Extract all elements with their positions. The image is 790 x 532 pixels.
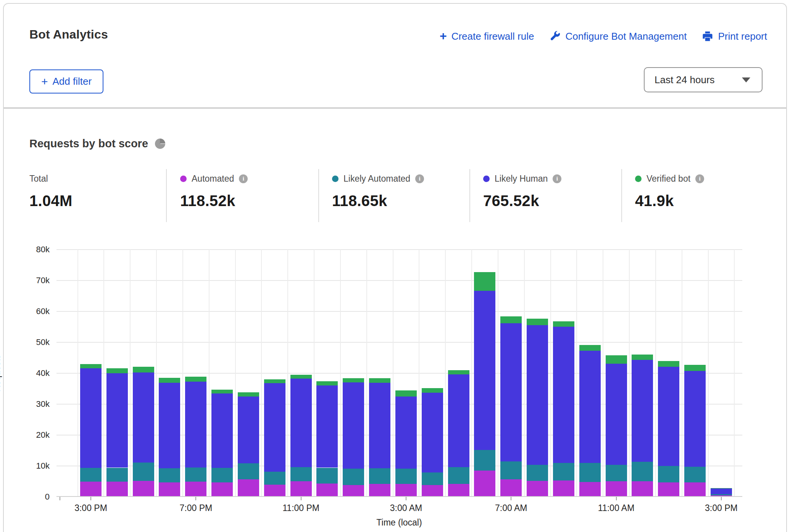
bar-segment-verified-bot xyxy=(553,321,574,327)
y-tick-label: 0 xyxy=(15,492,50,502)
x-axis-title: Time (local) xyxy=(376,517,422,528)
legend-dot xyxy=(180,176,187,182)
info-icon[interactable]: i xyxy=(415,174,424,183)
gridline xyxy=(576,250,577,496)
bar-segment-likely-automated xyxy=(80,468,102,482)
stacked-bar xyxy=(684,249,706,496)
y-axis-title: Requests xyxy=(0,335,2,411)
action-configure-bot-management[interactable]: Configure Bot Management xyxy=(549,31,687,42)
bar-segment-likely-human xyxy=(606,364,627,465)
stat-label: Verified bot xyxy=(647,174,690,184)
bar-segment-verified-bot xyxy=(290,375,312,379)
bar-segment-likely-human xyxy=(316,385,338,468)
stacked-bar xyxy=(711,249,732,496)
stat-value: 118.65k xyxy=(332,192,424,210)
bar-segment-verified-bot xyxy=(395,390,417,397)
bar-segment-likely-human xyxy=(632,360,653,462)
action-create-firewall-rule[interactable]: +Create firewall rule xyxy=(440,30,534,43)
action-print-report[interactable]: Print report xyxy=(702,31,767,42)
bar-segment-automated xyxy=(448,484,469,496)
x-tick-label: 3:00 PM xyxy=(64,503,118,513)
bot-analytics-page: Bot Analytics +Create firewall ruleConfi… xyxy=(0,0,790,532)
bar-segment-likely-automated xyxy=(658,466,679,482)
time-range-select[interactable]: Last 24 hours xyxy=(644,67,763,92)
y-tick-label: 60k xyxy=(15,306,50,316)
gridline xyxy=(314,250,314,496)
gridline xyxy=(445,250,446,496)
stat-likely-automated: Likely Automatedi118.65k xyxy=(332,174,424,210)
gridline xyxy=(261,250,262,496)
bar-segment-likely-automated xyxy=(343,469,364,485)
stacked-bar xyxy=(579,249,601,496)
axis-tick xyxy=(721,497,722,500)
info-icon[interactable]: i xyxy=(695,174,704,183)
stacked-bar xyxy=(395,249,417,496)
stacked-bar xyxy=(238,249,259,496)
gridline xyxy=(550,250,551,496)
plus-icon: + xyxy=(440,30,447,43)
stat-divider xyxy=(318,169,319,222)
section-title: Requests by bot score xyxy=(29,137,148,150)
section-title-row: Requests by bot score xyxy=(29,137,165,150)
bar-segment-verified-bot xyxy=(632,355,653,360)
bar-segment-automated xyxy=(211,482,233,496)
gridline xyxy=(103,250,104,496)
bar-segment-verified-bot xyxy=(159,378,180,383)
y-tick-label: 50k xyxy=(15,337,50,347)
bar-segment-likely-human xyxy=(474,291,495,450)
bar-segment-automated xyxy=(500,479,522,496)
stat-verified-bot: Verified boti41.9k xyxy=(635,174,704,210)
info-icon[interactable]: i xyxy=(239,174,248,183)
axis-tick xyxy=(301,497,301,500)
stacked-bar xyxy=(80,249,102,496)
stacked-bar xyxy=(422,249,443,496)
gridline xyxy=(182,250,183,496)
bar-segment-verified-bot xyxy=(658,361,679,367)
bar-segment-likely-automated xyxy=(632,462,653,481)
bar-segment-likely-automated xyxy=(106,468,128,482)
stacked-bar xyxy=(106,249,128,496)
bar-segment-likely-human xyxy=(238,397,259,463)
gridline xyxy=(130,250,131,496)
wrench-icon xyxy=(549,31,561,42)
y-tick-label: 20k xyxy=(15,430,50,440)
stat-total: Total1.04M xyxy=(29,174,73,210)
bar-segment-likely-automated xyxy=(159,468,180,482)
bar-segment-automated xyxy=(527,481,548,497)
bar-segment-automated xyxy=(579,482,601,496)
bar-segment-automated xyxy=(606,481,627,496)
bar-segment-likely-human xyxy=(369,383,390,468)
gridline xyxy=(524,250,525,496)
x-tick-label: 11:00 AM xyxy=(590,503,643,513)
bar-segment-verified-bot xyxy=(422,388,443,393)
stacked-bar xyxy=(658,249,679,496)
stat-label: Likely Automated xyxy=(343,174,410,184)
gridline xyxy=(393,250,393,496)
bar-segment-automated xyxy=(80,482,102,496)
info-icon[interactable]: i xyxy=(553,174,561,183)
gridline xyxy=(471,250,472,496)
stats-row: Total1.04MAutomatedi118.52kLikely Automa… xyxy=(0,169,790,222)
y-tick-label: 70k xyxy=(15,276,50,285)
section-divider xyxy=(4,108,786,108)
bar-segment-likely-automated xyxy=(316,468,338,484)
bar-segment-likely-human xyxy=(80,368,102,468)
gridline xyxy=(708,250,709,496)
bar-segment-likely-human xyxy=(211,393,233,468)
bar-segment-likely-human xyxy=(448,374,469,467)
gridline xyxy=(366,250,367,496)
action-label: Print report xyxy=(718,31,767,42)
printer-icon xyxy=(702,31,713,42)
gridline xyxy=(498,250,498,496)
bar-segment-likely-human xyxy=(290,379,312,467)
add-filter-button[interactable]: + Add filter xyxy=(29,69,103,94)
add-filter-label: Add filter xyxy=(52,76,92,87)
bar-segment-likely-automated xyxy=(474,450,495,471)
stacked-bar xyxy=(369,249,390,496)
gridline xyxy=(340,250,341,496)
bar-segment-likely-human xyxy=(264,383,285,472)
legend-dot xyxy=(635,176,642,182)
bar-segment-verified-bot xyxy=(711,488,732,488)
bar-segment-likely-automated xyxy=(553,463,574,480)
bar-segment-likely-automated xyxy=(264,472,285,485)
